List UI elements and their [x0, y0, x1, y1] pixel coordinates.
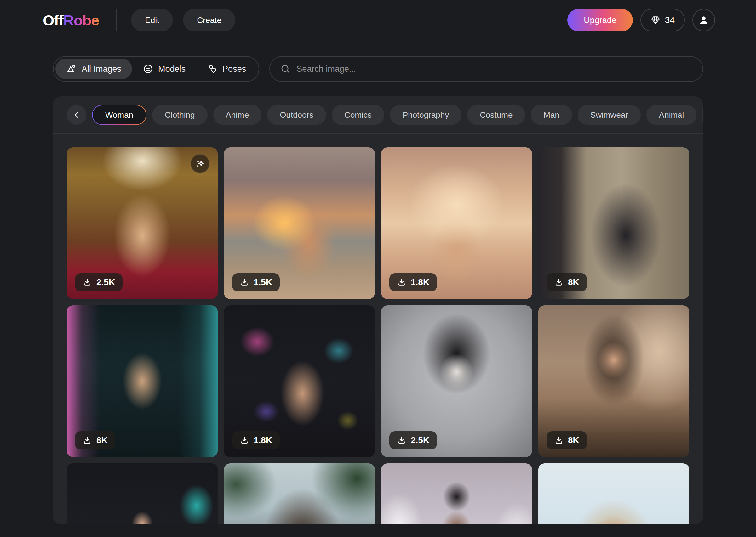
chip-label: Man: [543, 110, 559, 120]
tab-label: Models: [158, 64, 186, 74]
chip-label: Swimwear: [590, 110, 628, 120]
download-count: 8K: [96, 435, 108, 445]
gallery-card[interactable]: [381, 463, 532, 524]
category-chip-costume[interactable]: Costume: [467, 105, 525, 125]
credits-count: 34: [665, 15, 675, 25]
sparkle-badge[interactable]: [191, 154, 209, 173]
gallery-card[interactable]: [224, 463, 375, 524]
gallery-card[interactable]: [67, 463, 218, 524]
download-count: 1.8K: [411, 277, 429, 287]
chip-label: Comics: [344, 110, 372, 120]
edit-button[interactable]: Edit: [131, 9, 173, 31]
gallery-panel: WomanClothingAnimeOutdoorsComicsPhotogra…: [53, 96, 703, 524]
category-chips-row: WomanClothingAnimeOutdoorsComicsPhotogra…: [53, 96, 703, 134]
category-chip-comics[interactable]: Comics: [332, 105, 384, 125]
sparkle-icon: [195, 159, 205, 169]
gallery-card[interactable]: 1.8K: [224, 305, 375, 457]
download-icon: [554, 435, 563, 445]
download-badge: 2.5K: [389, 431, 437, 449]
logo-text-primary: Off: [43, 12, 63, 29]
category-chip-clipped[interactable]: [702, 105, 703, 125]
download-icon: [82, 278, 92, 287]
pose-icon: [207, 63, 218, 74]
download-icon: [554, 278, 563, 287]
create-button[interactable]: Create: [183, 9, 235, 31]
smiley-icon: [143, 63, 154, 74]
credits-pill[interactable]: 34: [641, 9, 685, 31]
download-icon: [82, 435, 92, 445]
tab-poses[interactable]: Poses: [196, 59, 257, 79]
download-badge: 1.8K: [389, 273, 437, 291]
category-chip-outdoors[interactable]: Outdoors: [267, 105, 326, 125]
tab-models[interactable]: Models: [132, 59, 196, 79]
tab-label: All Images: [82, 64, 121, 74]
top-bar: OffRobe Edit Create Upgrade 34: [0, 0, 756, 40]
category-chip-clothing[interactable]: Clothing: [152, 105, 207, 125]
tab-all-images[interactable]: All Images: [56, 59, 132, 79]
chevron-left-icon: [72, 110, 81, 120]
download-count: 8K: [568, 435, 579, 445]
gallery-card[interactable]: 8K: [538, 305, 689, 457]
gallery-card[interactable]: 1.8K: [381, 147, 532, 299]
download-badge: 2.5K: [75, 273, 122, 291]
image-icon: [66, 63, 77, 74]
gallery-card[interactable]: 2.5K: [381, 305, 532, 457]
gallery-card[interactable]: 8K: [538, 147, 689, 299]
top-bar-right: Upgrade 34: [567, 9, 715, 31]
gallery-card[interactable]: 8K: [67, 305, 218, 457]
download-badge: 8K: [75, 431, 115, 449]
image-grid: 2.5K1.5K1.8K8K8K1.8K2.5K8K: [53, 134, 703, 524]
download-badge: 8K: [547, 431, 587, 449]
category-chip-photography[interactable]: Photography: [390, 105, 462, 125]
filter-toolbar: All ImagesModelsPoses: [53, 56, 703, 82]
category-chip-man[interactable]: Man: [531, 105, 572, 125]
chip-label: Photography: [403, 110, 449, 120]
download-icon: [397, 278, 406, 287]
search-icon: [280, 63, 291, 74]
avatar-button[interactable]: [692, 9, 715, 31]
category-chip-anime[interactable]: Anime: [213, 105, 262, 125]
category-chip-woman[interactable]: Woman: [92, 105, 147, 125]
categories-prev-button[interactable]: [67, 105, 86, 125]
gem-icon: [650, 15, 661, 25]
category-chip-swimwear[interactable]: Swimwear: [578, 105, 641, 125]
chip-label: Costume: [480, 110, 512, 120]
download-icon: [240, 435, 249, 445]
download-icon: [240, 278, 249, 287]
nav-divider: [116, 10, 116, 31]
download-count: 1.5K: [253, 277, 272, 287]
download-count: 8K: [568, 277, 579, 287]
chip-label: Clothing: [165, 110, 195, 120]
download-badge: 8K: [547, 273, 587, 291]
download-count: 1.8K: [253, 435, 272, 445]
chip-label: Outdoors: [280, 110, 313, 120]
download-badge: 1.8K: [232, 431, 280, 449]
gallery-card[interactable]: 1.5K: [224, 147, 375, 299]
upgrade-button[interactable]: Upgrade: [567, 9, 633, 31]
user-icon: [698, 14, 710, 26]
gallery-card[interactable]: 2.5K: [67, 147, 218, 299]
chip-label: Anime: [226, 110, 249, 120]
download-badge: 1.5K: [232, 273, 280, 291]
download-count: 2.5K: [96, 277, 115, 287]
category-chip-animal[interactable]: Animal: [646, 105, 696, 125]
search-input[interactable]: [296, 64, 692, 74]
download-icon: [397, 435, 406, 445]
search-bar[interactable]: [269, 56, 703, 82]
download-count: 2.5K: [411, 435, 429, 445]
chip-label: Woman: [105, 110, 133, 120]
tab-label: Poses: [222, 64, 246, 74]
chip-label: Animal: [659, 110, 684, 120]
app-logo[interactable]: OffRobe: [43, 12, 99, 29]
gallery-card[interactable]: [538, 463, 689, 524]
logo-text-accent: Robe: [63, 12, 99, 29]
filter-tabs: All ImagesModelsPoses: [53, 56, 259, 82]
